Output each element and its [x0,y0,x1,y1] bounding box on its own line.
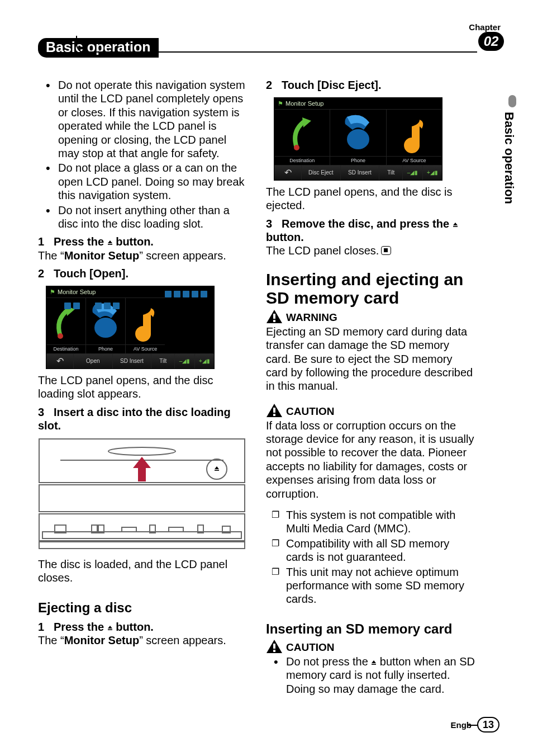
eject-icon [371,655,377,668]
step-1: 1Press the button. [38,235,247,248]
disc-eject-button: Disc Eject [302,166,341,180]
list-item: Do not place a glass or a can on the ope… [58,161,247,202]
open-button: Open [74,354,113,368]
section-header: Basic operation [38,38,477,55]
svg-rect-9 [39,485,245,512]
list-item: Compatibility with all SD memory cards i… [286,537,475,564]
list-item: This unit may not achieve optimum perfor… [286,565,475,606]
eject-step-2: 2Touch [Disc Eject]. [266,78,475,92]
section-end-icon [381,246,391,255]
svg-rect-20 [39,542,245,549]
warning-row: WARNING [266,309,475,324]
heading-sd-card: Inserting and ejecting an SD memory card [266,270,475,307]
list-item: Do not operate this navigation system un… [58,78,247,160]
step-2-result: The LCD panel opens, and the disc loadin… [38,374,247,401]
caution-row: CAUTION [266,403,475,418]
back-button: ↶ [274,166,302,180]
chapter-label: Chapter [469,22,501,32]
heading-inserting-sd: Inserting an SD memory card [266,621,475,637]
disc-loading-diagram [38,438,246,552]
sd-caution-list: Do not press the button when an SD memor… [266,655,475,696]
eject-icon [107,621,113,633]
list-item: Do not press the button when an SD memor… [286,655,475,696]
monitor-setup-screenshot-open: ⚑Monitor Setup Destination Phone AV Sour… [46,286,215,368]
back-button: ↶ [46,354,74,368]
svg-rect-10 [39,514,245,541]
eject-step-1: 1Press the button. [38,620,247,634]
eject-step-1-result: The “Monitor Setup” screen appears. [38,634,247,647]
step-3: 3Insert a disc into the disc loading slo… [38,405,247,433]
page-footer: Engb 13 [450,717,499,733]
monitor-setup-screenshot-eject: ⚑Monitor Setup Destination Phone AV Sour… [274,97,442,180]
chapter-number-badge: 02 [478,32,504,51]
sd-insert-button: SD Insert [341,166,380,180]
step-1-result: The “Monitor Setup” screen appears. [38,249,247,262]
warning-label: WARNING [286,311,337,324]
sd-insert-button: SD Insert [113,354,152,368]
eject-step-3: 3Remove the disc, and press the button. [266,217,475,244]
thumb-tab-label: Basic operation [502,112,516,204]
eject-step-2-result: The LCD panel opens, and the disc is eje… [266,185,475,212]
list-item: This system is not compatible with Multi… [286,508,475,536]
step-3-result: The disc is loaded, and the LCD panel cl… [38,557,247,585]
thumb-tab-accent [508,95,516,107]
tilt-button: Tilt [379,166,403,180]
sd-notes-list: This system is not compatible with Multi… [266,508,475,606]
caution-text: If data loss or corruption occurs on the… [266,419,475,500]
tilt-button: Tilt [151,354,175,368]
caution-icon [266,639,283,654]
eject-icon [453,218,458,230]
list-item: Do not insert anything other than a disc… [58,204,247,231]
caution-label: CAUTION [286,641,335,654]
section-title: Basic operation [38,38,159,58]
precaution-list: Do not operate this navigation system un… [38,78,247,230]
eject-icon [107,235,113,248]
caution-label: CAUTION [286,405,335,418]
caution-icon [266,403,283,418]
warning-text: Ejecting an SD memory card during data t… [266,325,475,393]
eject-step-3-result: The LCD panel closes. [266,244,475,257]
warning-icon [266,309,283,324]
caution-row-2: CAUTION [266,639,475,654]
heading-ejecting-disc: Ejecting a disc [38,599,247,616]
page-number: 13 [477,717,499,733]
step-2: 2Touch [Open]. [38,267,247,280]
